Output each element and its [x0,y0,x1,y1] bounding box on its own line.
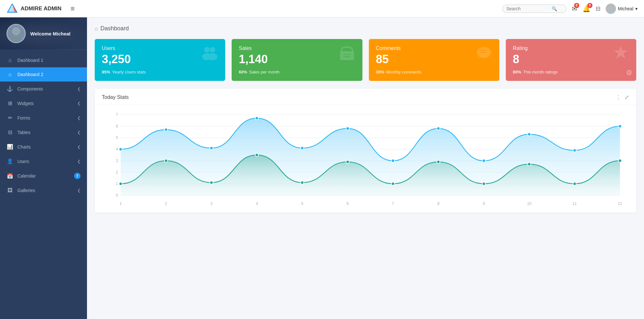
sidebar-item-tables[interactable]: ⊟ Tables ❮ [0,125,87,140]
stat-card-top-rating: Rating 8 [513,45,629,66]
sidebar-item-dashboard1[interactable]: ⌂ Dashboard 1 [0,53,87,67]
app-logo: ADMIRE ADMIN [6,3,62,15]
sidebar: Welcome Micheal ⌂ Dashboard 1 ⌂ Dashboar… [0,17,87,319]
sidebar-icon-charts: 📊 [6,144,14,150]
stat-card-bottom-rating: 80% This month ratings [513,70,629,74]
chart-panel: Today Stats ⋮ ⤢ 01234567123456789101112 [95,89,636,213]
chart-expand-button[interactable]: ⤢ [624,94,629,101]
main-content: ⌂ Dashboard Users 3,250 85% Yearly Users… [87,17,644,319]
sidebar-icon-components: ⚓ [6,86,14,92]
x-label: 3 [210,201,213,206]
stat-card-pct-sales: 60% [239,70,247,74]
stat-card-desc-comments: Monthly comments [386,70,421,74]
sidebar-label-dashboard2: Dashboard 2 [17,72,81,77]
stat-card-bottom-sales: 60% Sales per month [239,70,355,74]
stat-card-top-comments: Comments 85 [376,45,492,66]
search-input[interactable] [506,6,552,11]
x-label: 12 [618,201,622,206]
sidebar-icon-calendar: 📅 [6,173,14,179]
sidebar-icon-widgets: ⊞ [6,100,14,106]
stat-card-icon-rating [612,44,629,64]
stat-card-icon-comments [476,44,492,64]
chart-dot1 [619,125,622,128]
sidebar-item-components[interactable]: ⚓ Components ❮ [0,82,87,96]
topnav: ADMIRE ADMIN ≡ 🔍 ✉ 8 🔔 8 ⊟ Micheal ▾ [0,0,644,17]
page-header-icon: ⌂ [95,26,98,32]
sidebar-item-users[interactable]: 👤 Users ❮ [0,154,87,169]
y-label: 4 [116,147,118,151]
user-menu[interactable]: Micheal ▾ [606,4,638,14]
y-label: 6 [116,124,118,129]
layout: Welcome Micheal ⌂ Dashboard 1 ⌂ Dashboar… [0,17,644,319]
chart-dot2 [119,182,122,185]
sidebar-profile: Welcome Micheal [0,17,87,50]
sidebar-badge-calendar: 7 [74,173,81,179]
user-name: Micheal [618,6,633,11]
sidebar-nav: ⌂ Dashboard 1 ⌂ Dashboard 2 ⚓ Components… [0,50,87,201]
stat-card-desc-users: Yearly Users stats [112,70,146,74]
x-label: 4 [256,201,258,206]
search-icon[interactable]: 🔍 [552,6,557,11]
chart-more-button[interactable]: ⋮ [615,94,621,101]
sidebar-item-widgets[interactable]: ⊞ Widgets ❮ [0,96,87,111]
chart-dot2 [164,159,168,162]
stat-card-value-sales: 1,140 [239,53,268,66]
x-label: 8 [437,201,440,206]
stat-card-sales: Sales 1,140 60% Sales per month [232,39,362,81]
hamburger-button[interactable]: ≡ [68,3,77,14]
y-label: 2 [116,170,118,175]
stat-card-value-comments: 85 [376,53,401,66]
sidebar-item-calendar[interactable]: 📅 Calendar 7 [0,169,87,183]
x-label: 9 [483,201,485,206]
stat-card-title-users: Users [102,45,131,51]
sidebar-icon-users: 👤 [6,158,14,164]
bell-badge: 8 [587,3,592,8]
mail-badge: 8 [574,3,579,8]
chart-dot1 [437,127,440,130]
sidebar-icon-forms: ✏ [6,115,14,121]
bell-button[interactable]: 🔔 8 [582,5,591,13]
stat-card-value-users: 3,250 [102,53,131,66]
stat-card-gear: ⚙ [626,69,632,77]
chart-dot1 [255,117,258,120]
app-name: ADMIRE ADMIN [21,5,62,12]
chart-dot2 [255,153,258,157]
y-label: 0 [116,193,118,198]
sidebar-item-forms[interactable]: ✏ Forms ❮ [0,111,87,125]
sidebar-item-galleries[interactable]: 🖼 Galleries ❮ [0,183,87,198]
chart-dot2 [391,182,395,185]
chart-dot1 [346,127,349,130]
svg-point-5 [12,27,20,35]
profile-name: Welcome Micheal [30,31,71,36]
stat-card-desc-sales: Sales per month [249,70,280,74]
chart-dot2 [528,163,531,166]
stat-card-icon-users [201,44,218,64]
x-label: 2 [165,201,167,206]
sidebar-label-users: Users [17,159,77,164]
sidebar-item-dashboard2[interactable]: ⌂ Dashboard 2 [0,67,87,82]
svg-point-10 [208,53,217,60]
user-dropdown-icon: ▾ [635,6,638,11]
svg-point-6 [10,36,23,43]
mail-button[interactable]: ✉ 8 [572,5,577,13]
chart-dot1 [301,147,304,150]
sidebar-arrow-tables: ❮ [77,130,81,135]
avatar [606,4,616,14]
svg-rect-11 [340,51,354,60]
sidebar-label-dashboard1: Dashboard 1 [17,58,81,63]
stat-card-desc-rating: This month ratings [523,70,558,74]
chart-dot2 [619,159,622,162]
sidebar-item-charts[interactable]: 📊 Charts ❮ [0,140,87,154]
chart-dot2 [437,160,440,163]
sidebar-icon-tables: ⊟ [6,129,14,135]
x-label: 10 [527,201,532,206]
stat-card-title-sales: Sales [239,45,268,51]
stat-cards: Users 3,250 85% Yearly Users stats Sales… [95,39,636,81]
sidebar-label-forms: Forms [17,115,77,121]
avatar-image [606,4,616,14]
y-label: 7 [116,112,118,117]
profile-avatar [6,24,26,43]
chart-dot1 [482,159,485,162]
filter-button[interactable]: ⊟ [596,5,601,12]
chart-body: 01234567123456789101112 [95,105,636,213]
